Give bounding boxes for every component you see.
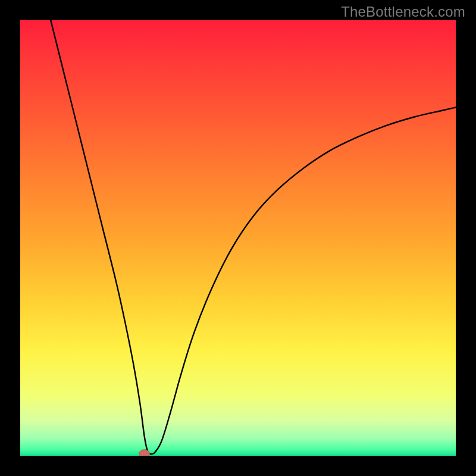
optimal-point-marker — [139, 450, 150, 456]
chart-frame: TheBottleneck.com — [0, 0, 476, 476]
watermark-label: TheBottleneck.com — [341, 4, 465, 20]
plot-area — [20, 20, 456, 456]
plot-svg — [20, 20, 456, 456]
